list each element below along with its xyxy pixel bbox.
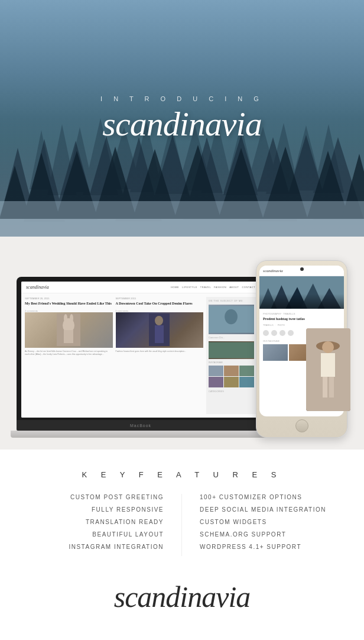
phone-tag-1: TRAVELLS <box>263 324 274 327</box>
svg-point-42 <box>70 314 73 322</box>
sidebar-image-2 <box>209 341 254 359</box>
hero-text-block: I N T R O D U C I N G scandinavia <box>100 95 264 141</box>
sidebar-title: ON THE SUBJECT OF ME <box>209 299 254 302</box>
footer-section: scandinavia <box>0 574 364 632</box>
nav-travel: TRAVEL <box>200 286 211 289</box>
feature-left-4: BEAUTIFUL LAYOUT <box>24 531 164 538</box>
phone-subtitle: PHOTOGRAPHY · TRAVELLS <box>263 312 340 315</box>
phone-hero-overlay <box>259 294 344 309</box>
feature-right-5: WORDPRESS 4.1+ SUPPORT <box>200 544 340 550</box>
phone-tag-2: PHOTO <box>278 324 285 327</box>
ig-cell-3 <box>239 366 254 376</box>
social-icon-2 <box>271 330 277 336</box>
ig-cell-2 <box>224 366 239 376</box>
sidebar-categories-label: CATEGORIES <box>209 390 254 393</box>
phone-tag-sep: · <box>275 324 276 327</box>
screen-nav-links: HOME LIFESTYLE TRAVEL FASHION ABOUT CONT… <box>171 286 255 289</box>
svg-rect-43 <box>64 330 73 343</box>
features-left-column: CUSTOM POST GREETING FULLY RESPONSIVE TR… <box>18 494 182 556</box>
article2-image <box>116 312 204 348</box>
laptop-bezel: MacBook <box>17 420 265 431</box>
features-title: K E Y F E A T U R E S <box>18 470 346 479</box>
article2-text: Fashion forward text goes here with the … <box>116 350 204 353</box>
feature-right-3: CUSTOM WIDGETS <box>200 519 340 525</box>
svg-rect-49 <box>209 342 254 358</box>
phone-home-button[interactable] <box>295 419 308 432</box>
nav-lifestyle: LIFESTYLE <box>182 286 197 289</box>
laptop-base <box>11 431 271 438</box>
article1-image <box>25 312 113 348</box>
phone-device: scandinavia <box>256 260 347 438</box>
svg-rect-38 <box>0 219 364 237</box>
screen-sidebar: ON THE SUBJECT OF ME Cameron Chi... <box>206 297 256 414</box>
ig-cell-5 <box>224 377 239 387</box>
sidebar-instagram-label: INSTAGRAM <box>209 361 254 364</box>
svg-point-48 <box>225 309 238 324</box>
svg-point-45 <box>155 316 163 325</box>
phone-camera <box>300 267 304 271</box>
feature-left-5: INSTAGRAM INTEGRATION <box>24 544 164 550</box>
ig-cell-6 <box>239 377 254 387</box>
laptop-screen: scandinavia HOME LIFESTYLE TRAVEL FASHIO… <box>21 282 260 418</box>
intro-label: I N T R O D U C I N G <box>100 95 264 102</box>
nav-home: HOME <box>171 286 179 289</box>
feature-left-2: FULLY RESPONSIVE <box>24 506 164 513</box>
feature-left-3: TRANSLATION READY <box>24 519 164 525</box>
article2-title: A Downtown Cool Take On Cropped Denim Fl… <box>116 302 204 306</box>
ig-cell-1 <box>209 366 223 376</box>
svg-point-41 <box>64 314 67 322</box>
devices-wrapper: scandinavia HOME LIFESTYLE TRAVEL FASHIO… <box>17 254 347 438</box>
sidebar-instagram-grid <box>209 366 254 387</box>
hero-section: I N T R O D U C I N G scandinavia <box>0 0 364 237</box>
ig-cell-4 <box>209 377 223 387</box>
screen-main-content: SEPTEMBER 28, 2015 My Best Friend's Wedd… <box>21 293 260 418</box>
sidebar-name: Cameron Chi... <box>209 336 254 339</box>
footer-brand-title: scandinavia <box>18 580 346 614</box>
nav-fashion: FASHION <box>214 286 226 289</box>
screen-article-1: SEPTEMBER 28, 2015 My Best Friend's Wedd… <box>25 297 113 414</box>
nav-contact: CONTACT <box>242 286 255 289</box>
social-icon-1 <box>263 330 269 336</box>
svg-point-52 <box>322 341 334 353</box>
svg-rect-46 <box>155 325 164 343</box>
svg-rect-54 <box>323 377 327 397</box>
sidebar-image-1 <box>209 305 254 334</box>
screen-logo: scandinavia <box>26 285 49 290</box>
screen-article-2: SEPTEMBER 2015 A Downtown Cool Take On C… <box>116 297 204 414</box>
article1-date: SEPTEMBER 28, 2015 <box>25 297 113 300</box>
phone-side-photo <box>306 328 350 411</box>
feature-right-1: 100+ CUSTOMIZER OPTIONS <box>200 494 340 500</box>
screen-navbar: scandinavia HOME LIFESTYLE TRAVEL FASHIO… <box>21 282 260 293</box>
social-icon-3 <box>280 330 285 336</box>
svg-rect-53 <box>321 353 335 377</box>
phone-article-title: Prodent hashtag twee tatlas <box>263 317 340 322</box>
nav-about: ABOUT <box>229 286 239 289</box>
hero-brand-title: scandinavia <box>100 107 264 141</box>
article1-text: As Kimmy – she let me hired little-known… <box>25 350 113 356</box>
article2-date: SEPTEMBER 2015 <box>116 297 204 300</box>
svg-rect-55 <box>329 377 334 397</box>
screen-articles-area: SEPTEMBER 28, 2015 My Best Friend's Wedd… <box>21 293 260 418</box>
social-icon-4 <box>288 330 294 336</box>
laptop-device: scandinavia HOME LIFESTYLE TRAVEL FASHIO… <box>17 277 265 438</box>
feature-right-2: DEEP SOCIAL MEDIA INTEGRATION <box>200 506 340 513</box>
features-right-column: 100+ CUSTOMIZER OPTIONS DEEP SOCIAL MEDI… <box>182 494 346 556</box>
features-grid: CUSTOM POST GREETING FULLY RESPONSIVE TR… <box>18 494 346 556</box>
laptop-screen-outer: scandinavia HOME LIFESTYLE TRAVEL FASHIO… <box>17 277 265 420</box>
phone-logo: scandinavia <box>263 269 283 273</box>
devices-section: scandinavia HOME LIFESTYLE TRAVEL FASHIO… <box>0 237 364 450</box>
laptop-brand-label: MacBook <box>130 424 151 428</box>
features-section: K E Y F E A T U R E S CUSTOM POST GREETI… <box>0 450 364 574</box>
feature-left-1: CUSTOM POST GREETING <box>24 494 164 500</box>
article1-title: My Best Friend's Wedding Should Have End… <box>25 302 113 306</box>
phone-ig-cell-1 <box>263 344 288 361</box>
feature-right-4: SCHEMA.ORG SUPPORT <box>200 531 340 538</box>
phone-hero-image <box>259 276 344 309</box>
phone-tags: TRAVELLS · PHOTO <box>263 324 340 327</box>
